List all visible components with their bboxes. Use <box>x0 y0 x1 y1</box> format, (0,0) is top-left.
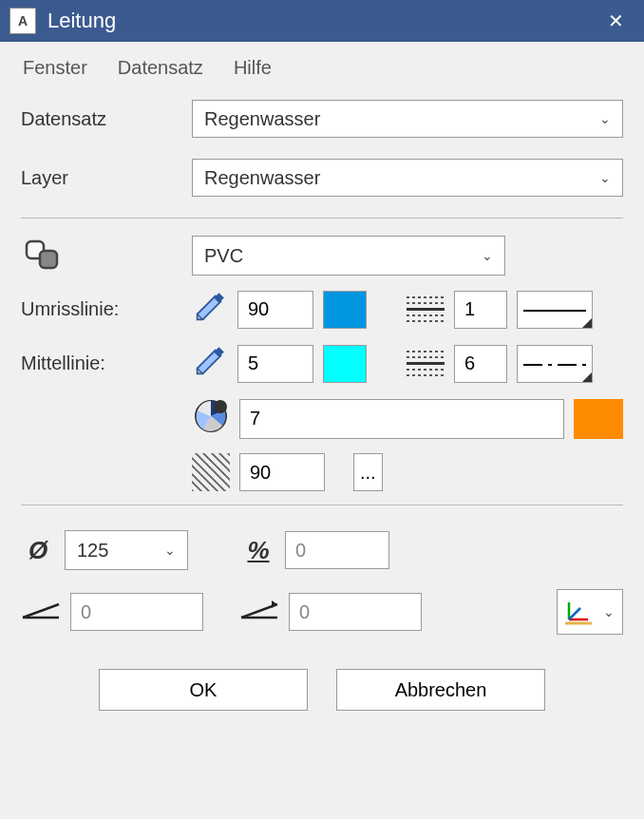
cancel-button[interactable]: Abbrechen <box>336 669 545 711</box>
umrisslinie-line-index-input[interactable] <box>454 291 507 329</box>
diameter-value: 125 <box>77 540 108 562</box>
label-mittellinie: Mittellinie: <box>21 352 192 374</box>
axis-mode-dropdown[interactable]: ⌄ <box>557 589 623 635</box>
footer-buttons: OK Abbrechen <box>21 654 623 730</box>
slope-out-icon <box>239 596 279 629</box>
umrisslinie-line-preview[interactable] <box>517 291 593 329</box>
row-layer: Layer Regenwasser ⌄ <box>21 159 623 197</box>
chevron-down-icon: ⌄ <box>164 543 176 558</box>
chevron-down-icon: ⌄ <box>482 248 493 263</box>
material-value: PVC <box>204 245 243 267</box>
ok-button[interactable]: OK <box>99 669 308 711</box>
layer-combobox[interactable]: Regenwasser ⌄ <box>192 159 623 197</box>
mittellinie-thickness-input[interactable] <box>237 345 313 383</box>
row-diameter-percent: Ø 125 ⌄ % <box>21 530 623 570</box>
svg-line-10 <box>23 604 59 618</box>
row-hatch: ... <box>21 453 623 491</box>
percent-input[interactable] <box>285 531 389 569</box>
menu-datensatz[interactable]: Datensatz <box>118 57 203 79</box>
fill-color-index-input[interactable] <box>239 399 564 439</box>
hatch-angle-input[interactable] <box>239 453 325 491</box>
menu-fenster[interactable]: Fenster <box>23 57 87 79</box>
row-datensatz: Datensatz Regenwasser ⌄ <box>21 100 623 138</box>
slope-out-input[interactable] <box>289 593 422 631</box>
svg-marker-14 <box>272 600 277 608</box>
menu-hilfe[interactable]: Hilfe <box>234 57 272 79</box>
row-mittellinie: Mittellinie: <box>21 343 623 384</box>
row-slopes: ⌄ <box>21 589 623 635</box>
svg-point-9 <box>214 400 227 413</box>
pencil-icon <box>192 289 228 330</box>
svg-line-17 <box>569 608 580 619</box>
separator <box>21 218 623 219</box>
menubar: Fenster Datensatz Hilfe <box>0 42 644 92</box>
material-combobox[interactable]: PVC ⌄ <box>192 236 505 276</box>
mittellinie-line-index-input[interactable] <box>454 345 507 383</box>
percent-icon: % <box>241 536 275 565</box>
line-style-icon <box>407 293 445 327</box>
close-icon[interactable]: ✕ <box>593 0 638 42</box>
titlebar: A Leitung ✕ <box>0 0 644 42</box>
slope-in-icon <box>21 596 61 629</box>
layer-value: Regenwasser <box>204 167 320 189</box>
hatch-more-button[interactable]: ... <box>353 453 383 491</box>
label-datensatz: Datensatz <box>21 108 192 130</box>
diameter-icon: Ø <box>21 536 55 565</box>
chevron-down-icon: ⌄ <box>603 604 615 619</box>
diameter-combobox[interactable]: 125 ⌄ <box>65 530 188 570</box>
label-layer: Layer <box>21 167 192 189</box>
axis-icon <box>565 599 592 625</box>
datensatz-value: Regenwasser <box>204 108 320 130</box>
umrisslinie-color-swatch[interactable] <box>323 291 367 329</box>
hatch-icon <box>192 453 230 491</box>
profile-shape-icon[interactable] <box>21 238 65 274</box>
mittellinie-line-preview[interactable] <box>517 345 593 383</box>
app-icon: A <box>9 8 36 34</box>
label-umrisslinie: Umrisslinie: <box>21 298 192 320</box>
pencil-icon <box>192 343 228 384</box>
svg-rect-1 <box>40 251 57 268</box>
row-umrisslinie: Umrisslinie: <box>21 289 623 330</box>
row-fill-color <box>21 397 623 440</box>
slope-in-input[interactable] <box>70 593 203 631</box>
row-material: PVC ⌄ <box>21 236 623 276</box>
chevron-down-icon: ⌄ <box>599 170 611 185</box>
umrisslinie-thickness-input[interactable] <box>237 291 313 329</box>
separator <box>21 505 623 505</box>
line-style-icon <box>407 347 445 381</box>
mittellinie-color-swatch[interactable] <box>323 345 367 383</box>
color-wheel-icon <box>192 397 230 440</box>
fill-color-swatch[interactable] <box>574 399 623 439</box>
chevron-down-icon: ⌄ <box>599 111 611 126</box>
datensatz-combobox[interactable]: Regenwasser ⌄ <box>192 100 623 138</box>
window-title: Leitung <box>47 9 116 33</box>
